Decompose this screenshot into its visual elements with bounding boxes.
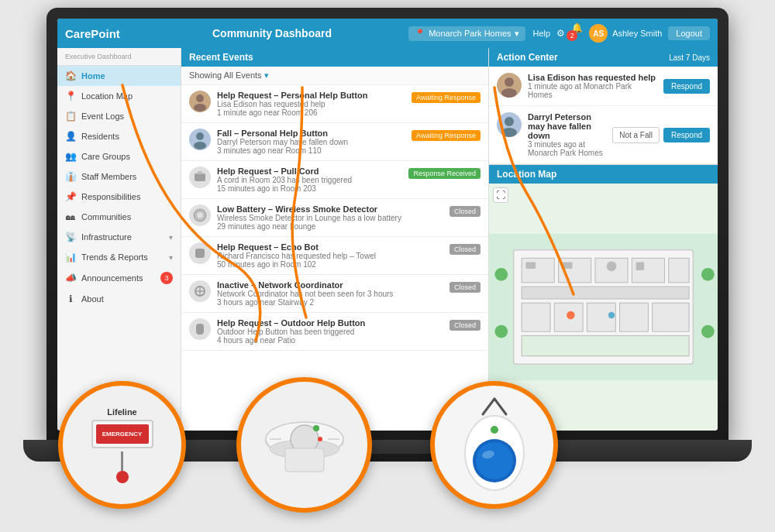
sidebar-item-infrastructure[interactable]: 📡 Infrastructure ▾ xyxy=(57,227,181,247)
table-row[interactable]: Help Request – Outdoor Help Button Outdo… xyxy=(181,313,488,351)
event-sub1: Wireless Smoke Detector in Lounge has a … xyxy=(217,214,443,222)
table-row[interactable]: Inactive – Network Coordinator Network C… xyxy=(181,275,488,313)
action-center-title: Action Center xyxy=(497,52,558,63)
action-item: Lisa Edison has requested help 1 minute … xyxy=(489,67,718,106)
user-profile[interactable]: AS Ashley Smith xyxy=(589,24,662,43)
cord-end xyxy=(116,471,129,483)
action-sub: 3 minutes ago at Monarch Park Homes xyxy=(528,140,606,157)
notification-count: 2 xyxy=(567,30,577,41)
event-device-icon xyxy=(189,242,211,264)
help-link[interactable]: Help xyxy=(533,29,551,38)
event-info: Help Request – Outdoor Help Button Outdo… xyxy=(217,318,443,345)
event-sub2: 3 hours ago near Stairway 2 xyxy=(217,298,443,307)
fullscreen-button[interactable]: ⛶ xyxy=(493,187,508,203)
staff-icon: 👔 xyxy=(65,171,76,182)
sidebar-item-label: Infrastructure xyxy=(81,232,132,242)
device-smoke-detector xyxy=(236,377,372,513)
filter-label: Showing All Events xyxy=(189,70,264,80)
username: Ashley Smith xyxy=(612,29,662,38)
action-center-header: Action Center Last 7 Days xyxy=(489,48,718,67)
event-title: Low Battery – Wireless Smoke Detector xyxy=(217,204,443,214)
main-layout: Executive Dashboard 🏠 Home 📍 Location Ma… xyxy=(57,48,718,431)
event-title: Help Request – Personal Help Button xyxy=(217,91,405,100)
action-avatar xyxy=(497,73,522,98)
logout-button[interactable]: Logout xyxy=(668,26,710,40)
community-icon: 🏘 xyxy=(65,211,76,222)
sidebar-item-label: Care Groups xyxy=(81,152,130,161)
svg-rect-25 xyxy=(522,303,550,331)
event-avatar xyxy=(189,129,211,150)
svg-point-47 xyxy=(313,425,319,431)
event-status-badge: Closed xyxy=(450,320,480,331)
action-sub: 1 minute ago at Monarch Park Homes xyxy=(528,82,657,99)
action-avatar xyxy=(497,112,522,137)
sidebar-item-announcements[interactable]: 📣 Announcements 3 xyxy=(57,267,181,289)
home-icon: 🏠 xyxy=(65,70,76,81)
pullcord-brand: Lifeline xyxy=(107,407,137,417)
svg-point-7 xyxy=(197,212,203,218)
table-row[interactable]: Help Request – Personal Help Button Lisa… xyxy=(181,85,488,123)
right-panel: Action Center Last 7 Days Lisa Edison ha… xyxy=(489,48,718,431)
sidebar-item-home[interactable]: 🏠 Home xyxy=(57,66,181,86)
sidebar-item-care-groups[interactable]: 👥 Care Groups xyxy=(57,146,181,166)
location-pin-icon: 📍 xyxy=(415,29,425,39)
sidebar-item-responsibilities[interactable]: 📌 Responsibilities xyxy=(57,187,181,207)
sidebar-item-trends[interactable]: 📊 Trends & Reports ▾ xyxy=(57,247,181,267)
sidebar: Executive Dashboard 🏠 Home 📍 Location Ma… xyxy=(57,48,181,431)
event-status-badge: Response Received xyxy=(408,168,480,179)
pin-icon: 📌 xyxy=(65,191,76,202)
recent-events-header: Recent Events xyxy=(181,48,488,67)
topbar-actions: Help ⚙ 🔔 2 AS Ashley Smith Logout xyxy=(533,22,710,44)
svg-rect-29 xyxy=(653,303,689,331)
svg-rect-5 xyxy=(198,171,202,174)
location-selector[interactable]: 📍 Monarch Park Homes ▾ xyxy=(408,26,525,41)
map-controls: ⛶ xyxy=(493,187,508,203)
table-row[interactable]: Help Request – Echo Bot Richard Francisc… xyxy=(181,237,488,275)
event-info: Help Request – Personal Help Button Lisa… xyxy=(217,91,405,117)
notifications-icon[interactable]: 🔔 2 xyxy=(571,22,583,44)
list-icon: 📋 xyxy=(65,111,76,122)
location-map-header: Location Map xyxy=(489,165,718,184)
announcements-badge: 3 xyxy=(160,272,173,284)
sidebar-item-label: Responsibilities xyxy=(81,192,140,201)
sidebar-item-label: Residents xyxy=(81,132,119,141)
table-row[interactable]: Fall – Personal Help Button Darryl Peter… xyxy=(181,123,488,161)
event-info: Inactive – Network Coordinator Network C… xyxy=(217,280,443,307)
filter-dropdown[interactable]: ▾ xyxy=(264,70,269,80)
sidebar-exec-label: Executive Dashboard xyxy=(57,48,181,66)
respond-button[interactable]: Respond xyxy=(663,128,710,142)
svg-rect-34 xyxy=(636,263,645,271)
sidebar-item-label: Home xyxy=(81,71,105,81)
sidebar-item-communities[interactable]: 🏘 Communities xyxy=(57,207,181,227)
sidebar-item-residents[interactable]: 👤 Residents xyxy=(57,126,181,146)
sidebar-item-about[interactable]: ℹ About xyxy=(57,289,181,309)
svg-point-36 xyxy=(701,268,715,281)
device-help-button xyxy=(430,381,558,509)
chevron-down-icon: ▾ xyxy=(169,253,173,262)
gear-icon[interactable]: ⚙ xyxy=(556,28,565,39)
svg-point-37 xyxy=(494,325,508,338)
svg-rect-22 xyxy=(632,258,664,283)
table-row[interactable]: Low Battery – Wireless Smoke Detector Wi… xyxy=(181,199,488,237)
event-status-badge: Awaiting Response xyxy=(412,92,480,103)
svg-point-33 xyxy=(607,262,617,272)
svg-point-55 xyxy=(491,426,498,434)
table-row[interactable]: Help Request – Pull Cord A cord in Room … xyxy=(181,161,488,199)
sidebar-item-location-map[interactable]: 📍 Location Map xyxy=(57,86,181,106)
cord xyxy=(121,451,123,471)
event-title: Help Request – Outdoor Help Button xyxy=(217,318,443,328)
sidebar-item-event-logs[interactable]: 📋 Event Logs xyxy=(57,106,181,126)
action-button-group: Not a Fall Respond xyxy=(612,127,710,143)
filter-row: Showing All Events ▾ xyxy=(181,67,488,85)
respond-button[interactable]: Respond xyxy=(663,79,710,94)
not-a-fall-button[interactable]: Not a Fall xyxy=(612,127,660,143)
sidebar-item-staff[interactable]: 👔 Staff Members xyxy=(57,166,181,187)
laptop-shell: CarePoint Community Dashboard 📍 Monarch … xyxy=(46,8,728,441)
recent-events-title: Recent Events xyxy=(189,52,253,63)
svg-point-48 xyxy=(318,437,322,441)
svg-point-3 xyxy=(194,142,206,149)
svg-rect-19 xyxy=(522,258,554,283)
event-status-badge: Closed xyxy=(450,206,480,217)
event-sub1: Darryl Peterson may have fallen down xyxy=(217,138,405,146)
action-item: Darryl Peterson may have fallen down 3 m… xyxy=(489,106,718,164)
